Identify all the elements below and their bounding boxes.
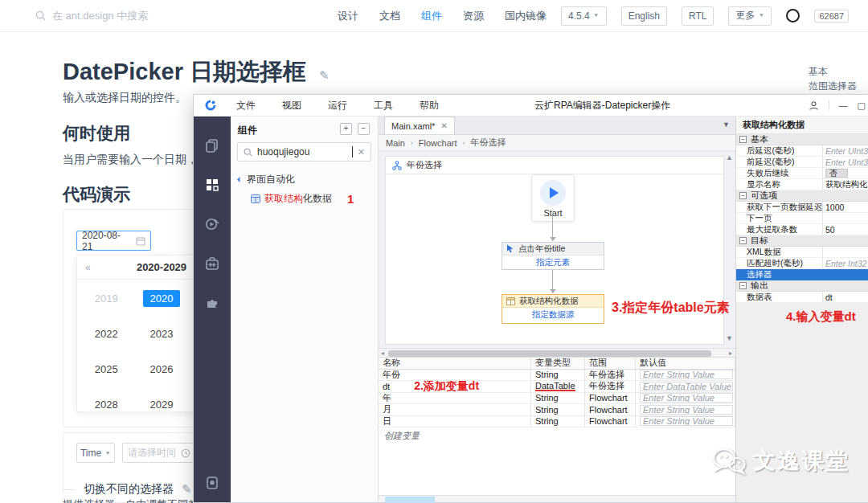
property-value[interactable] [822, 213, 868, 223]
property-row-失败后继续[interactable]: 失败后继续否 [736, 168, 868, 179]
toolbox-icon[interactable] [204, 256, 220, 272]
property-value[interactable] [822, 247, 868, 257]
property-value[interactable]: Enter UInt3 [822, 145, 868, 156]
menu-工具[interactable]: 工具 [374, 99, 393, 112]
specify-datasource-link[interactable]: 指定数据源 [532, 309, 575, 321]
year-cell-2029[interactable]: 2029 [134, 391, 190, 419]
property-section-输出[interactable]: −输出 [736, 280, 868, 292]
start-node[interactable]: Start [531, 174, 575, 222]
prev-decade-button[interactable]: « [85, 262, 91, 273]
scrollbar-thumb[interactable] [388, 350, 711, 357]
property-value[interactable]: Enter UInt3 [822, 157, 868, 167]
variable-name-cell[interactable]: 日 [379, 416, 531, 427]
property-row-选择器[interactable]: 选择器 [736, 269, 868, 280]
tree-item-get-structured-data[interactable]: 获取结构 化数据 1 [251, 192, 354, 206]
collapse-all-button[interactable]: − [358, 123, 370, 135]
property-section-可选项[interactable]: −可选项 [736, 190, 868, 202]
property-row-匹配超时(毫秒)[interactable]: 匹配超时(毫秒)Enter Int32 [736, 258, 868, 269]
components-grid-icon[interactable] [204, 177, 220, 193]
clear-search-icon[interactable]: ✕ [358, 147, 365, 157]
property-value[interactable]: 1000 [822, 202, 868, 212]
tab-main-xaml[interactable]: Main.xaml* ✕ [384, 117, 455, 134]
copy-pages-icon[interactable] [204, 137, 220, 153]
year-cell-2023[interactable]: 2023 [134, 320, 190, 348]
year-cell-2020[interactable]: 2020 [134, 284, 190, 313]
property-row-前延迟(毫秒)[interactable]: 前延迟(毫秒)Enter UInt3 [736, 157, 868, 168]
minimize-button[interactable]: — [839, 100, 848, 110]
variable-scope-cell[interactable]: 年份选择 [585, 370, 636, 381]
property-value[interactable]: Enter Int32 [822, 258, 868, 268]
nav-item-资源[interactable]: 资源 [463, 9, 484, 23]
run-record-icon[interactable] [204, 216, 220, 232]
variable-default-cell[interactable]: Enter DataTable Value [636, 381, 735, 392]
menu-运行[interactable]: 运行 [328, 99, 347, 112]
year-cell-2022[interactable]: 2022 [79, 320, 134, 348]
click-year-title-node[interactable]: 点击年份title 指定元素 [502, 242, 604, 270]
status-strip-button[interactable] [385, 497, 435, 503]
breadcrumb-item[interactable]: Flowchart [419, 138, 457, 148]
variable-type-cell[interactable]: String [531, 404, 585, 415]
variable-default-cell[interactable]: Enter String Value [636, 370, 735, 381]
variable-row[interactable]: 年份String年份选择Enter String Value [379, 370, 735, 382]
tab-list-chevron-icon[interactable]: ▼ [723, 121, 730, 129]
github-icon[interactable] [786, 9, 800, 22]
variable-row[interactable]: 月StringFlowchartEnter String Value [379, 404, 735, 416]
menu-帮助[interactable]: 帮助 [420, 99, 439, 112]
site-search[interactable]: 在 ant.design 中搜索 [35, 9, 148, 23]
picker-type-select[interactable]: Time ▼ [76, 443, 115, 463]
property-row-显示名称[interactable]: 显示名称获取结构化 [736, 179, 868, 190]
property-section-目标[interactable]: −目标 [736, 235, 868, 247]
nav-item-设计[interactable]: 设计 [338, 9, 358, 23]
collapse-box-icon[interactable]: − [739, 136, 747, 143]
variable-name-cell[interactable]: 年 [379, 393, 531, 404]
year-cell-2025[interactable]: 2025 [79, 355, 134, 383]
rtl-button[interactable]: RTL [682, 6, 714, 26]
get-structured-data-node[interactable]: 获取结构化数据 指定数据源 [502, 294, 604, 324]
property-row-XML数据[interactable]: XML数据 [736, 247, 868, 258]
scroll-left-icon[interactable]: ◂ [381, 350, 384, 357]
variable-row[interactable]: dt2.添加变量dtDataTable年份选择Enter DataTable V… [379, 381, 735, 393]
specify-element-link[interactable]: 指定元素 [536, 257, 570, 268]
create-variable-link[interactable]: 创建变量 [384, 430, 735, 442]
version-select[interactable]: 4.5.4 ▼ [561, 6, 607, 26]
lock-icon[interactable] [204, 475, 220, 491]
scroll-right-icon[interactable]: ▸ [729, 350, 732, 357]
property-section-基本[interactable]: −基本 [736, 134, 868, 145]
tree-expander-icon[interactable] [237, 177, 243, 182]
variable-name-cell[interactable]: 年份 [379, 370, 531, 381]
variable-default-cell[interactable]: Enter String Value [636, 416, 735, 427]
variable-default-cell[interactable]: Enter String Value [636, 393, 735, 404]
collapse-box-icon[interactable]: − [739, 282, 747, 289]
year-cell-2028[interactable]: 2028 [79, 391, 134, 419]
variable-name-cell[interactable]: 月 [379, 404, 531, 415]
anchor-link[interactable]: 范围选择器 [809, 79, 857, 93]
components-search-input[interactable]: huoqujiegou ✕ [237, 142, 371, 162]
nav-item-组件[interactable]: 组件 [421, 9, 442, 23]
property-select-value[interactable]: 否 [825, 169, 848, 178]
edit-pencil-icon[interactable]: ✎ [319, 68, 330, 82]
variable-name-cell[interactable]: dt2.添加变量dt [379, 381, 531, 392]
breadcrumb-item[interactable]: 年份选择 [471, 137, 506, 149]
language-button[interactable]: English [621, 6, 667, 26]
property-row-数据表[interactable]: 数据表dt [736, 292, 868, 303]
property-value[interactable] [822, 269, 868, 280]
horizontal-scrollbar[interactable]: ◂ ▸ [379, 348, 735, 358]
expand-all-button[interactable]: + [340, 123, 352, 135]
flowchart-header[interactable]: 年份选择 [386, 157, 723, 174]
property-value[interactable]: 否 [822, 168, 868, 178]
anchor-link[interactable]: 基本 [809, 64, 857, 79]
collapse-box-icon[interactable]: − [739, 237, 747, 244]
edit-pencil-icon[interactable]: ✎ [182, 482, 192, 497]
property-value[interactable]: 50 [822, 224, 868, 235]
year-cell-2026[interactable]: 2026 [134, 355, 190, 383]
rpa-titlebar[interactable]: 文件视图运行工具帮助 云扩RPA编辑器-Datepicker操作 — ▢ [194, 95, 868, 117]
menu-文件[interactable]: 文件 [236, 99, 256, 112]
variable-scope-cell[interactable]: Flowchart [585, 393, 636, 404]
close-tab-icon[interactable]: ✕ [440, 121, 447, 130]
property-row-下一页[interactable]: 下一页 [736, 213, 868, 224]
variable-scope-cell[interactable]: Flowchart [585, 416, 636, 427]
property-row-获取下一页数据延迟[interactable]: 获取下一页数据延迟1000 [736, 202, 868, 213]
property-row-最大提取条数[interactable]: 最大提取条数50 [736, 224, 868, 235]
variable-scope-cell[interactable]: 年份选择 [585, 381, 636, 392]
flowchart-canvas[interactable]: 年份选择 Start 点击年份title [379, 151, 735, 348]
